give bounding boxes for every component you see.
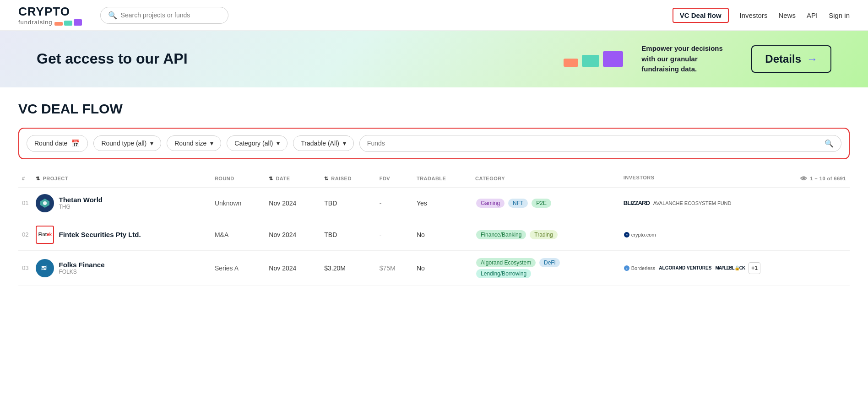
sort-project-icon: ⇅ [36, 176, 40, 181]
project-info: Fintek Fintek Securities Pty Ltd. [36, 226, 207, 244]
sort-raised-icon: ⇅ [324, 176, 329, 181]
nav-news[interactable]: News [778, 11, 796, 19]
col-fdv: FDV [376, 170, 413, 188]
page-title: VC DEAL FLOW [18, 101, 850, 117]
nav-investors[interactable]: Investors [740, 11, 768, 19]
tradable: No [413, 250, 472, 286]
banner-icons [564, 51, 623, 67]
filters-bar: Round date 📅 Round type (all) ▾ Round si… [18, 128, 850, 159]
col-num: # [18, 170, 32, 188]
search-input[interactable] [121, 11, 221, 19]
funds-search[interactable]: 🔍 [359, 135, 841, 152]
project-logo [36, 194, 54, 212]
svg-point-1 [43, 201, 47, 205]
category-filter[interactable]: Category (all) ▾ [227, 135, 288, 151]
investor-avalanche: AVALANCHE ECOSYSTEM FUND [653, 200, 732, 206]
table-row: 03 ≋ Folks Finance FOLKS [18, 250, 850, 286]
round-size-filter[interactable]: Round size ▾ [167, 135, 221, 151]
sort-date-icon: ⇅ [269, 176, 273, 181]
search-box[interactable]: 🔍 [100, 7, 228, 24]
project-name: Folks Finance [59, 261, 104, 269]
col-raised[interactable]: ⇅ RAISED [320, 170, 375, 188]
logo-bars [54, 19, 82, 26]
tag-p2e: P2E [532, 199, 551, 208]
banner: Get access to our API Empower your decis… [0, 31, 868, 87]
nav-api[interactable]: API [807, 11, 818, 19]
bar1-icon [54, 22, 63, 26]
col-investors: INVESTORS 👁 1 – 10 of 6691 [620, 170, 850, 188]
tradable: Yes [413, 187, 472, 219]
nav-sign-in[interactable]: Sign in [829, 11, 850, 19]
project-name: Fintek Securities Pty Ltd. [59, 231, 141, 238]
funds-input[interactable] [367, 140, 821, 147]
banner-details-button[interactable]: Details → [751, 45, 831, 73]
banner-body: Empower your decisions with our granular… [641, 43, 733, 75]
project-name: Thetan World [59, 196, 103, 204]
round-type-filter[interactable]: Round type (all) ▾ [93, 135, 161, 151]
project-info: ≋ Folks Finance FOLKS [36, 259, 207, 277]
main-content: VC DEAL FLOW Round date 📅 Round type (al… [0, 87, 868, 300]
tradable-label: Tradable (All) [301, 140, 339, 147]
chevron-down-icon-4: ▾ [343, 140, 346, 147]
col-round: ROUND [211, 170, 265, 188]
arrow-icon: → [807, 53, 818, 65]
funds-search-icon: 🔍 [825, 139, 834, 148]
nav-vc-deal-flow[interactable]: VC Deal flow [673, 8, 729, 23]
deals-table: # ⇅ PROJECT ROUND ⇅ DATE ⇅ RAISED FDV [18, 170, 850, 286]
col-category: CATEGORY [472, 170, 620, 188]
round-size-label: Round size [174, 140, 206, 147]
chevron-down-icon: ▾ [150, 140, 153, 147]
project-logo-folks: ≋ [36, 259, 54, 277]
header: CRYPTO fundraising 🔍 VC Deal flow Invest… [0, 0, 868, 31]
bar2-icon [64, 21, 72, 26]
category-tags: Finance/Banking Trading [472, 219, 620, 250]
investors-cell: BLIZZARD AVALANCHE ECOSYSTEM FUND [620, 187, 850, 219]
col-tradable: TRADABLE [413, 170, 472, 188]
fdv: - [376, 219, 413, 250]
raised: TBD [320, 187, 375, 219]
tradable-filter[interactable]: Tradable (All) ▾ [293, 135, 354, 151]
banner-bar1 [564, 59, 578, 67]
banner-button-label: Details [765, 53, 801, 65]
col-project-label: PROJECT [43, 176, 68, 181]
eye-icon: 👁 [800, 175, 808, 183]
pagination-info: 1 – 10 of 6691 [810, 176, 846, 181]
round-date-filter[interactable]: Round date 📅 [27, 135, 88, 152]
investor-plus-badge[interactable]: +1 [749, 262, 760, 274]
table-row: 01 Thetan World THG [18, 187, 850, 219]
investor-mapleblock: MAPLEBL🔒CK [715, 265, 745, 270]
tag-trading: Trading [530, 230, 557, 239]
table-row: 02 Fintek Fintek Securities Pty Ltd. [18, 219, 850, 250]
col-project[interactable]: ⇅ PROJECT [32, 170, 211, 188]
logo-crypto-text: CRYPTO [18, 5, 70, 19]
row-num: 01 [18, 187, 32, 219]
bar3-icon [74, 19, 82, 26]
col-date[interactable]: ⇅ DATE [265, 170, 320, 188]
logo-sub-text: fundraising [18, 19, 53, 26]
investor-blizzard: BLIZZARD [624, 200, 650, 206]
round-date: Nov 2024 [265, 250, 320, 286]
category-tags: Algorand Ecosystem DeFi Lending/Borrowin… [472, 250, 620, 286]
project-ticker: FOLKS [59, 269, 104, 275]
project-logo-fintek: Fintek [36, 226, 54, 244]
tag-defi: DeFi [539, 258, 560, 267]
category-label: Category (all) [234, 140, 273, 147]
investor-algorand-ventures: ALGORAND VENTURES [659, 265, 711, 270]
svg-text:≋: ≋ [41, 264, 47, 272]
banner-bar2 [582, 55, 599, 67]
tag-lending: Lending/Borrowing [476, 269, 531, 278]
search-icon: 🔍 [108, 11, 117, 20]
round-date: Nov 2024 [265, 219, 320, 250]
project-ticker: THG [59, 204, 103, 210]
logo-sub: fundraising [18, 19, 82, 26]
row-num: 03 [18, 250, 32, 286]
project-info: Thetan World THG [36, 194, 207, 212]
fdv: - [376, 187, 413, 219]
round-date-label: Round date [34, 140, 67, 147]
nav: VC Deal flow Investors News API Sign in [673, 8, 850, 23]
investors-cell: B Borderless ALGORAND VENTURES MAPLEBL🔒C… [620, 250, 850, 286]
col-date-label: DATE [276, 176, 290, 181]
logo: CRYPTO fundraising [18, 5, 82, 26]
calendar-icon: 📅 [71, 139, 80, 148]
raised: TBD [320, 219, 375, 250]
